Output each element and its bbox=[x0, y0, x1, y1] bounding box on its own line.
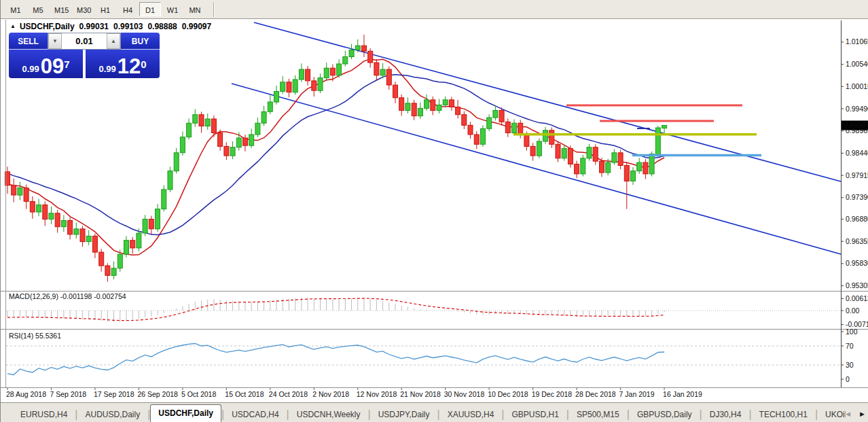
candle bbox=[481, 125, 486, 147]
candle-body bbox=[374, 63, 379, 75]
timeframe-button-m15[interactable]: M15 bbox=[50, 2, 71, 16]
chart-tab-ukoil-h1[interactable]: UKOil,H1 bbox=[818, 407, 846, 422]
candle bbox=[386, 67, 391, 90]
buy-price-display[interactable]: 0.99 12 0 bbox=[86, 50, 160, 78]
date-axis-label: 2 Nov 2018 bbox=[312, 390, 349, 398]
candle bbox=[412, 100, 416, 120]
timeframe-button-w1[interactable]: W1 bbox=[162, 2, 183, 16]
candle-body bbox=[274, 92, 279, 103]
trendline[interactable] bbox=[254, 22, 841, 181]
candle-body bbox=[37, 205, 41, 212]
candle-body bbox=[130, 241, 135, 248]
tabs-scroll-left-icon[interactable]: ◄ bbox=[844, 410, 852, 418]
volume-increase-button[interactable]: ▲ bbox=[107, 33, 120, 49]
chart-tab-audusd-daily[interactable]: AUDUSD,Daily bbox=[78, 407, 148, 422]
toolbar-separator bbox=[213, 2, 215, 17]
candle-body bbox=[386, 69, 391, 85]
candle-body bbox=[92, 236, 97, 252]
candle bbox=[92, 234, 97, 258]
sell-price-display[interactable]: 0.99 09 7 bbox=[9, 50, 83, 78]
candle-body bbox=[581, 158, 585, 174]
candle-body bbox=[443, 100, 448, 105]
candle-body bbox=[299, 69, 304, 80]
candle-body bbox=[637, 162, 642, 171]
candle-body bbox=[49, 213, 54, 219]
candle bbox=[218, 130, 223, 151]
candle-body bbox=[255, 123, 260, 135]
timeframe-button-m30[interactable]: M30 bbox=[72, 2, 94, 16]
candle-body bbox=[437, 105, 441, 110]
candle-body bbox=[556, 144, 560, 158]
candle-body bbox=[43, 205, 48, 219]
chart-tab-sp500-m15[interactable]: SP500,M15 bbox=[569, 407, 627, 422]
candle-body bbox=[606, 162, 611, 173]
candle bbox=[174, 148, 179, 173]
candle-body bbox=[655, 128, 660, 155]
buy-button[interactable]: BUY bbox=[121, 33, 160, 50]
candle bbox=[418, 103, 422, 119]
chart-tab-usdchf-daily[interactable]: USDCHF,Daily bbox=[150, 404, 221, 422]
date-axis-label: 30 Nov 2018 bbox=[444, 390, 485, 398]
date-axis-label: 5 Oct 2018 bbox=[181, 390, 217, 398]
candle-body bbox=[624, 166, 629, 181]
candle bbox=[530, 143, 535, 160]
candle bbox=[362, 35, 367, 57]
timeframe-button-mn[interactable]: MN bbox=[184, 2, 206, 16]
timeframe-toolbar: M1M5M15M30H1H4D1W1MN bbox=[1, 0, 868, 19]
price-axis-label: 0.96880 bbox=[846, 215, 868, 223]
candle bbox=[337, 59, 342, 77]
candle-body bbox=[449, 100, 454, 107]
chart-tab-tech100-h1[interactable]: TECH100,H1 bbox=[752, 407, 815, 422]
candle bbox=[631, 167, 636, 185]
rsi-axis-label: 30 bbox=[846, 361, 854, 369]
candle bbox=[124, 236, 129, 257]
candle-body bbox=[543, 130, 548, 141]
candle bbox=[499, 107, 504, 126]
timeframe-button-h1[interactable]: H1 bbox=[94, 2, 116, 16]
price-axis-label: 1.00540 bbox=[846, 60, 868, 68]
candle-body bbox=[487, 118, 492, 128]
trendline[interactable] bbox=[232, 84, 841, 254]
volume-decrease-button[interactable]: ▼ bbox=[48, 33, 62, 49]
chart-tab-eurusd-h4[interactable]: EURUSD,H4 bbox=[13, 407, 75, 422]
candle-body bbox=[587, 147, 592, 158]
macd-signal-line bbox=[7, 298, 664, 321]
chart-tab-dj30-h4[interactable]: DJ30,H4 bbox=[702, 407, 749, 422]
candle-body bbox=[562, 149, 566, 158]
candle-body bbox=[600, 161, 604, 173]
tab-scroll-controls: ◄ ► bbox=[844, 410, 866, 418]
timeframe-button-d1[interactable]: D1 bbox=[139, 2, 161, 16]
timeframe-button-m5[interactable]: M5 bbox=[27, 2, 49, 16]
sell-button[interactable]: SELL bbox=[9, 33, 48, 50]
buy-price-big-digits: 12 bbox=[117, 57, 141, 76]
price-axis-label: 0.95830 bbox=[846, 259, 868, 267]
candle bbox=[30, 196, 35, 219]
chart-tab-usdcnh-weekly[interactable]: USDCNH,Weekly bbox=[289, 407, 368, 422]
one-click-panel-toggle-icon[interactable]: ▲ bbox=[10, 23, 16, 29]
chart-tab-usdcad-h4[interactable]: USDCAD,H4 bbox=[224, 407, 286, 422]
ohlc-high: 0.99103 bbox=[113, 22, 143, 31]
chart-tab-usdjpy-daily[interactable]: USDJPY,Daily bbox=[371, 407, 437, 422]
chart-tab-bar: EURUSD,H4|AUDUSD,Daily|USDCHF,Daily|USDC… bbox=[1, 402, 868, 422]
candle bbox=[55, 210, 60, 233]
candle bbox=[43, 201, 48, 226]
timeframe-button-h4[interactable]: H4 bbox=[117, 2, 139, 16]
chart-tab-xauusd-h4[interactable]: XAUUSD,H4 bbox=[440, 407, 502, 422]
candle bbox=[343, 51, 348, 67]
date-axis-label: 16 Jan 2019 bbox=[663, 390, 702, 398]
candle-body bbox=[30, 201, 35, 212]
tabs-scroll-right-icon[interactable]: ► bbox=[858, 410, 866, 418]
candle bbox=[318, 73, 323, 93]
volume-input[interactable] bbox=[62, 33, 107, 49]
candle bbox=[424, 94, 429, 111]
price-axis-label: 0.96355 bbox=[846, 237, 868, 245]
candle bbox=[437, 99, 441, 113]
candle bbox=[156, 204, 160, 232]
candle bbox=[86, 230, 91, 245]
candle bbox=[61, 215, 66, 232]
candle bbox=[462, 111, 467, 129]
timeframe-button-m1[interactable]: M1 bbox=[5, 2, 26, 16]
chart-tab-gbpusd-h1[interactable]: GBPUSD,H1 bbox=[504, 407, 566, 422]
chart-tab-gbpusd-daily[interactable]: GBPUSD,Daily bbox=[630, 407, 700, 422]
candle bbox=[312, 77, 317, 96]
